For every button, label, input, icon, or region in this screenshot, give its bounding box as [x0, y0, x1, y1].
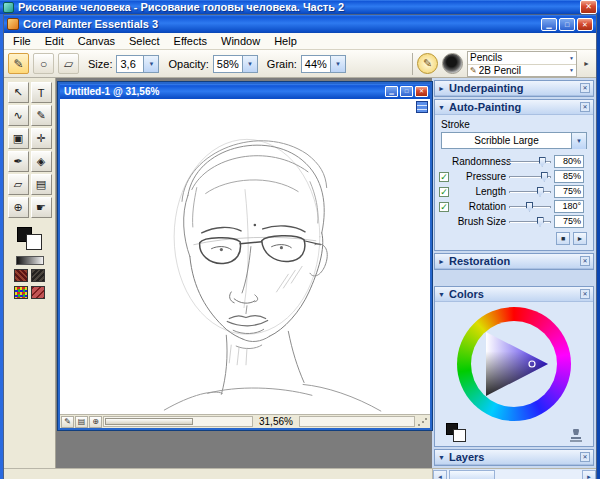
- tool-paint-bucket[interactable]: ◈: [31, 151, 52, 172]
- pressure-checkbox[interactable]: ✓: [439, 172, 449, 182]
- colors-header[interactable]: ▼ Colors ✕: [435, 287, 593, 302]
- panel-close-icon[interactable]: ✕: [580, 289, 590, 299]
- brush-dab-preview[interactable]: [442, 53, 463, 74]
- collapse-arrow-icon[interactable]: ▼: [438, 104, 446, 111]
- document-hscrollbar[interactable]: [103, 416, 253, 427]
- slider-thumb[interactable]: [537, 187, 544, 197]
- clone-color-icon[interactable]: [569, 429, 583, 443]
- tutorial-titlebar[interactable]: Рисование человека - Рисование головы че…: [0, 0, 600, 14]
- opacity-value[interactable]: 58%: [214, 58, 242, 70]
- brush-size-value[interactable]: 75%: [554, 215, 584, 228]
- brush-tool-indicator[interactable]: ✎: [8, 53, 29, 74]
- panel-close-icon[interactable]: ✕: [580, 452, 590, 462]
- minimize-button[interactable]: ▁: [541, 18, 557, 31]
- layers-header[interactable]: ▼ Layers ✕: [435, 450, 593, 465]
- slider-thumb[interactable]: [539, 157, 546, 167]
- document-hscrollbar-thumb[interactable]: [105, 418, 193, 425]
- dock-hscrollbar-track[interactable]: [447, 470, 582, 479]
- menu-edit[interactable]: Edit: [38, 34, 71, 48]
- size-combo[interactable]: 3,6 ▼: [116, 55, 159, 73]
- saturation-value-triangle[interactable]: [472, 322, 556, 406]
- menu-effects[interactable]: Effects: [167, 34, 214, 48]
- auto-painting-header[interactable]: ▼ Auto-Painting ✕: [435, 100, 593, 115]
- length-checkbox[interactable]: ✓: [439, 187, 449, 197]
- freehand-stroke-button[interactable]: ○: [33, 53, 54, 74]
- main-color-swatches[interactable]: [14, 226, 46, 252]
- flow-map-selector[interactable]: [31, 269, 45, 282]
- panel-close-icon[interactable]: ✕: [580, 102, 590, 112]
- brush-variant-row[interactable]: ✎ 2B Pencil ▼: [468, 64, 576, 76]
- menu-select[interactable]: Select: [122, 34, 167, 48]
- canvas[interactable]: [60, 99, 430, 414]
- grain-dropdown-icon[interactable]: ▼: [330, 56, 345, 72]
- opacity-dropdown-icon[interactable]: ▼: [242, 56, 257, 72]
- toolbar-overflow-arrow[interactable]: ►: [581, 60, 592, 67]
- rotation-value[interactable]: 180°: [554, 200, 584, 213]
- tool-magnifier[interactable]: ⊕: [8, 197, 29, 218]
- gradient-selector[interactable]: [16, 256, 44, 265]
- slider-thumb[interactable]: [537, 217, 544, 227]
- stroke-dropdown-icon[interactable]: ▼: [571, 133, 586, 149]
- weave-selector[interactable]: [31, 286, 45, 299]
- menu-help[interactable]: Help: [267, 34, 304, 48]
- rotation-checkbox[interactable]: ✓: [439, 202, 449, 212]
- length-slider[interactable]: [509, 186, 551, 198]
- slider-thumb[interactable]: [541, 172, 548, 182]
- tool-lasso[interactable]: ∿: [8, 105, 29, 126]
- brush-category-row[interactable]: Pencils ▼: [468, 52, 576, 64]
- scroll-left-button[interactable]: ◄: [433, 470, 447, 479]
- maximize-button[interactable]: □: [559, 18, 575, 31]
- dock-hscrollbar-thumb[interactable]: [449, 470, 495, 479]
- collapse-arrow-icon[interactable]: ▼: [438, 291, 446, 298]
- expand-arrow-icon[interactable]: ►: [438, 85, 446, 92]
- stroke-dropdown[interactable]: Scribble Large ▼: [441, 132, 587, 149]
- main-color-swatch[interactable]: [26, 234, 42, 250]
- tool-crop[interactable]: ▣: [8, 128, 29, 149]
- tool-layer-adjuster[interactable]: ✛: [31, 128, 52, 149]
- expand-arrow-icon[interactable]: ►: [438, 258, 446, 265]
- underpainting-header[interactable]: ► Underpainting ✕: [435, 81, 593, 96]
- panel-close-icon[interactable]: ✕: [580, 83, 590, 93]
- tool-text[interactable]: T: [31, 82, 52, 103]
- scroll-right-button[interactable]: ►: [582, 470, 596, 479]
- tool-brush[interactable]: ✎: [31, 105, 52, 126]
- pressure-slider[interactable]: [509, 171, 551, 183]
- tool-cloner[interactable]: ▤: [31, 174, 52, 195]
- pressure-value[interactable]: 85%: [554, 170, 584, 183]
- tool-grabber[interactable]: ☛: [31, 197, 52, 218]
- document-hscrollbar-track[interactable]: [299, 416, 415, 427]
- play-button[interactable]: ►: [573, 232, 587, 245]
- variant-dropdown-icon[interactable]: ▼: [569, 67, 574, 73]
- restoration-header[interactable]: ► Restoration ✕: [435, 254, 593, 269]
- dock-hscrollbar[interactable]: ◄ ►: [432, 469, 596, 479]
- rotation-slider[interactable]: [509, 201, 551, 213]
- zoom-level[interactable]: 31,56%: [254, 416, 298, 427]
- drawing-mode-icon[interactable]: ✎: [61, 416, 74, 428]
- doc-minimize-button[interactable]: ▁: [385, 86, 398, 97]
- main-color-swatch[interactable]: [453, 429, 466, 442]
- brush-size-slider[interactable]: [509, 216, 551, 228]
- menu-window[interactable]: Window: [214, 34, 267, 48]
- tool-selection[interactable]: ↖: [8, 82, 29, 103]
- paper-selector[interactable]: [14, 269, 28, 282]
- resize-grip[interactable]: [416, 415, 429, 428]
- menu-file[interactable]: File: [6, 34, 38, 48]
- page-curl-icon[interactable]: [416, 101, 428, 113]
- slider-thumb[interactable]: [526, 202, 533, 212]
- size-value[interactable]: 3,6: [117, 58, 143, 70]
- length-value[interactable]: 75%: [554, 185, 584, 198]
- straight-stroke-button[interactable]: ▱: [58, 53, 79, 74]
- menu-canvas[interactable]: Canvas: [71, 34, 122, 48]
- page-icon[interactable]: ▤: [75, 416, 88, 428]
- randomness-slider[interactable]: [509, 156, 551, 168]
- doc-close-button[interactable]: ✕: [415, 86, 428, 97]
- collapse-arrow-icon[interactable]: ▼: [438, 454, 446, 461]
- color-wheel[interactable]: [457, 307, 571, 421]
- magnifier-icon[interactable]: ⊕: [89, 416, 102, 428]
- brush-variant-selector[interactable]: Pencils ▼ ✎ 2B Pencil ▼: [467, 51, 577, 77]
- doc-maximize-button[interactable]: □: [400, 86, 413, 97]
- stop-button[interactable]: ■: [556, 232, 570, 245]
- grain-value[interactable]: 44%: [302, 58, 330, 70]
- tutorial-close-button[interactable]: ✕: [580, 0, 597, 14]
- tool-eraser[interactable]: ▱: [8, 174, 29, 195]
